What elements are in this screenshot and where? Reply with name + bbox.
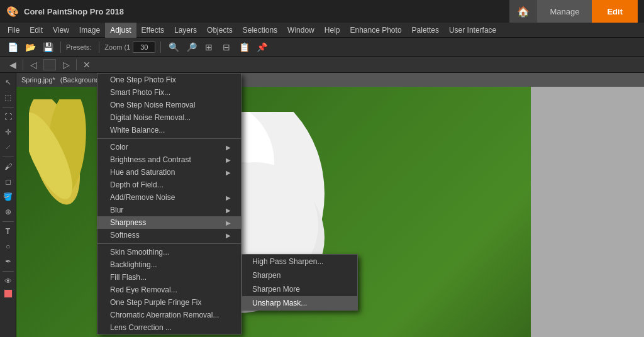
canvas-tab-name: Spring.jpg* [21,76,55,84]
menu-objects[interactable]: Objects [202,23,238,38]
tool-text[interactable]: T [1,224,15,238]
manage-button[interactable]: Manage [537,0,592,23]
menu-fill-flash[interactable]: Fill Flash... [97,271,241,284]
adjust-dropdown: One Step Photo Fix Smart Photo Fix... On… [97,73,242,334]
tool-clone[interactable]: ⊕ [1,205,15,219]
menu-enhance-photo[interactable]: Enhance Photo [345,23,406,38]
toolbar-sep-1 [60,41,61,53]
right-gray-panel [531,87,644,337]
tool-shape[interactable]: ○ [1,240,15,253]
menu-file[interactable]: File [3,23,25,38]
menu-skin-smoothing[interactable]: Skin Smoothing... [97,246,241,258]
tool-pen[interactable]: ✒ [1,255,15,268]
menu-red-eye[interactable]: Red Eye Removal... [97,284,241,296]
menu-layers[interactable]: Layers [169,23,202,38]
zoom-label: Zoom (1 [104,43,130,51]
toolbar-save[interactable]: 💾 [40,40,55,55]
edit-button[interactable]: Edit [592,0,638,23]
menu-palettes[interactable]: Palettes [407,23,444,38]
toolbar-fit[interactable]: ⊞ [201,40,216,55]
title-bar: 🎨 Corel PaintShop Pro 2018 🏠 Manage Edit [0,0,644,23]
toolbar-new[interactable]: 📄 [5,40,20,55]
submenu-sharpen-more[interactable]: Sharpen More [242,282,357,296]
menu-effects[interactable]: Effects [136,23,169,38]
menu-window[interactable]: Window [282,23,319,38]
toolbar-zoom-out[interactable]: 🔎 [184,40,199,55]
tool-fill[interactable]: 🪣 [1,190,15,204]
toolbar-paste[interactable]: 📌 [254,40,269,55]
menu-edit[interactable]: Edit [25,23,48,38]
menu-backlighting[interactable]: Backlighting... [97,258,241,271]
menu-adjust[interactable]: Adjust [105,23,136,38]
sub-toolbar-close[interactable]: ✕ [79,57,94,72]
tool-straighten[interactable]: ⟋ [1,140,15,154]
menu-depth-field[interactable]: Depth of Field... [97,179,241,191]
menu-user-interface[interactable]: User Interface [444,23,501,38]
home-button[interactable]: 🏠 [509,0,537,23]
sub-toolbar-prev[interactable]: ◁ [26,57,41,72]
tool-sep-3 [3,221,14,222]
menu-image[interactable]: Image [74,23,105,38]
menu-view[interactable]: View [48,23,74,38]
sub-toolbar-next[interactable]: ▷ [58,57,74,72]
tool-sep-1 [3,107,14,108]
tool-move[interactable]: ✛ [1,125,15,139]
menu-smart-photo-fix[interactable]: Smart Photo Fix... [97,86,241,99]
tool-crop[interactable]: ⛶ [1,110,15,124]
toolbar: 📄 📂 💾 Presets: Zoom (1 🔍 🔎 ⊞ ⊟ 📋 📌 [0,38,644,57]
menu-sep-1 [97,138,241,139]
menu-hue-saturation[interactable]: Hue and Saturation▶ [97,166,241,179]
menu-white-balance[interactable]: White Balance... [97,124,241,136]
sub-toolbar-btn1[interactable]: ◀ [5,57,20,72]
tool-color[interactable] [4,289,13,298]
tool-select[interactable]: ⬚ [1,91,15,104]
menu-sharpness[interactable]: Sharpness▶ [97,216,241,229]
title-bar-right: 🏠 Manage Edit [509,0,638,23]
menu-one-step-photo-fix[interactable]: One Step Photo Fix [97,74,241,86]
menu-digital-noise[interactable]: Digital Noise Removal... [97,111,241,124]
menu-chromatic[interactable]: Chromatic Aberration Removal... [97,309,241,321]
toolbar-zoom-in[interactable]: 🔍 [166,40,181,55]
menu-purple-fringe[interactable]: One Step Purple Fringe Fix [97,296,241,309]
title-bar-left: 🎨 Corel PaintShop Pro 2018 [6,6,124,18]
submenu-sharpen[interactable]: Sharpen [242,268,357,282]
menu-color[interactable]: Color▶ [97,141,241,153]
menu-one-step-noise[interactable]: One Step Noise Removal [97,99,241,111]
presets-label: Presets: [66,43,91,51]
canvas-area: Spring.jpg* (Background) ✕ [16,73,644,337]
canvas-tab-suffix: (Background) [60,76,102,84]
menu-bar: File Edit View Image Adjust Effects Laye… [0,23,644,38]
toolbar-sep-3 [160,41,161,53]
tool-paint[interactable]: 🖌 [1,160,15,174]
menu-sep-2 [97,243,241,244]
menu-help[interactable]: Help [319,23,345,38]
sub-thumb [43,59,56,70]
menu-softness[interactable]: Softness▶ [97,229,241,241]
sub-toolbar: ◀ ◁ ▷ ✕ [0,57,644,73]
tool-sep-4 [3,271,14,272]
toolbar-copy[interactable]: 📋 [236,40,252,55]
menu-brightness-contrast[interactable]: Brightness and Contrast▶ [97,153,241,166]
toolbar-actual[interactable]: ⊟ [219,40,234,55]
toolbox: ↖ ⬚ ⛶ ✛ ⟋ 🖌 ◻ 🪣 ⊕ T ○ ✒ 👁 [0,73,16,337]
main-area: ↖ ⬚ ⛶ ✛ ⟋ 🖌 ◻ 🪣 ⊕ T ○ ✒ 👁 Spring.jpg* (B… [0,73,644,337]
app-title: Corel PaintShop Pro 2018 [24,7,124,16]
tool-eye[interactable]: 👁 [1,274,15,288]
tool-eraser[interactable]: ◻ [1,175,15,189]
menu-selections[interactable]: Selections [238,23,282,38]
menu-blur[interactable]: Blur▶ [97,204,241,216]
menu-lens-correction[interactable]: Lens Correction ... [97,321,241,334]
toolbar-open[interactable]: 📂 [23,40,38,55]
sub-sep [23,59,23,70]
tool-sep-2 [3,157,14,157]
tool-arrow[interactable]: ↖ [1,75,15,89]
submenu-unsharp-mask[interactable]: Unsharp Mask... [242,296,357,310]
app-icon: 🎨 [6,6,19,18]
sub-sep2 [76,59,77,70]
sharpness-submenu: High Pass Sharpen... Sharpen Sharpen Mor… [242,254,358,311]
zoom-input[interactable] [133,41,155,53]
yellow-feathers [29,99,104,225]
submenu-high-pass[interactable]: High Pass Sharpen... [242,255,357,268]
menu-add-remove-noise[interactable]: Add/Remove Noise▶ [97,191,241,204]
toolbar-sep-2 [99,41,99,53]
